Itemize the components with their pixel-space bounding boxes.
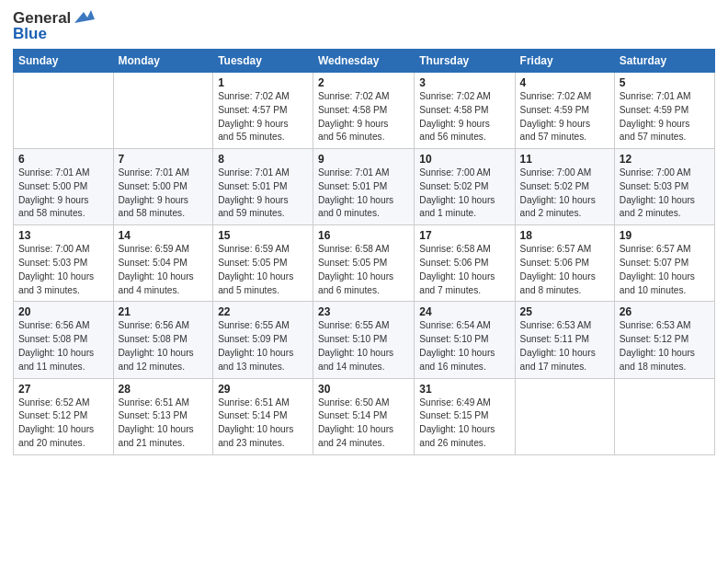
calendar-cell: 19Sunrise: 6:57 AMSunset: 5:07 PMDayligh… <box>614 225 714 302</box>
day-info: Sunrise: 6:55 AMSunset: 5:10 PMDaylight:… <box>318 319 409 373</box>
calendar-cell: 24Sunrise: 6:54 AMSunset: 5:10 PMDayligh… <box>415 302 515 378</box>
day-number: 31 <box>419 383 509 396</box>
day-number: 14 <box>119 229 209 242</box>
calendar-cell: 31Sunrise: 6:49 AMSunset: 5:15 PMDayligh… <box>415 378 515 454</box>
day-number: 9 <box>318 153 409 166</box>
calendar-cell: 11Sunrise: 7:00 AMSunset: 5:02 PMDayligh… <box>515 149 614 225</box>
day-info: Sunrise: 7:00 AMSunset: 5:03 PMDaylight:… <box>18 243 108 297</box>
day-info: Sunrise: 6:57 AMSunset: 5:06 PMDaylight:… <box>520 243 609 297</box>
calendar-cell: 10Sunrise: 7:00 AMSunset: 5:02 PMDayligh… <box>415 149 515 225</box>
day-info: Sunrise: 6:53 AMSunset: 5:11 PMDaylight:… <box>520 319 609 373</box>
calendar-table: SundayMondayTuesdayWednesdayThursdayFrid… <box>13 49 715 455</box>
day-info: Sunrise: 6:54 AMSunset: 5:10 PMDaylight:… <box>419 319 509 373</box>
weekday-header-monday: Monday <box>113 50 213 73</box>
calendar-cell: 14Sunrise: 6:59 AMSunset: 5:04 PMDayligh… <box>113 225 213 302</box>
logo-bird-icon <box>74 10 95 25</box>
day-info: Sunrise: 7:00 AMSunset: 5:03 PMDaylight:… <box>620 167 710 221</box>
day-number: 5 <box>620 76 710 89</box>
calendar-cell: 26Sunrise: 6:53 AMSunset: 5:12 PMDayligh… <box>614 302 714 378</box>
day-info: Sunrise: 7:01 AMSunset: 5:01 PMDaylight:… <box>318 167 409 221</box>
day-info: Sunrise: 6:51 AMSunset: 5:14 PMDaylight:… <box>218 396 308 451</box>
logo: General Blue <box>13 9 95 43</box>
day-number: 28 <box>119 383 209 396</box>
day-info: Sunrise: 6:58 AMSunset: 5:06 PMDaylight:… <box>419 243 509 297</box>
weekday-header-wednesday: Wednesday <box>313 50 415 73</box>
day-info: Sunrise: 6:57 AMSunset: 5:07 PMDaylight:… <box>620 243 710 297</box>
day-number: 23 <box>318 305 409 318</box>
page-header: General Blue <box>13 9 715 43</box>
calendar-cell: 20Sunrise: 6:56 AMSunset: 5:08 PMDayligh… <box>14 302 114 378</box>
day-number: 27 <box>18 383 108 396</box>
calendar-header-row: SundayMondayTuesdayWednesdayThursdayFrid… <box>14 50 715 73</box>
calendar-cell: 6Sunrise: 7:01 AMSunset: 5:00 PMDaylight… <box>14 149 114 225</box>
day-info: Sunrise: 7:02 AMSunset: 4:59 PMDaylight:… <box>520 90 609 144</box>
day-number: 17 <box>419 229 509 242</box>
weekday-header-friday: Friday <box>515 50 614 73</box>
day-number: 29 <box>218 383 308 396</box>
calendar-cell: 29Sunrise: 6:51 AMSunset: 5:14 PMDayligh… <box>213 378 313 454</box>
day-number: 25 <box>520 305 609 318</box>
calendar-cell <box>614 378 714 454</box>
calendar-cell: 17Sunrise: 6:58 AMSunset: 5:06 PMDayligh… <box>415 225 515 302</box>
day-info: Sunrise: 6:59 AMSunset: 5:05 PMDaylight:… <box>218 243 308 297</box>
calendar-cell: 3Sunrise: 7:02 AMSunset: 4:58 PMDaylight… <box>415 73 515 149</box>
calendar-cell: 2Sunrise: 7:02 AMSunset: 4:58 PMDaylight… <box>313 73 415 149</box>
day-number: 2 <box>318 76 409 89</box>
day-info: Sunrise: 7:00 AMSunset: 5:02 PMDaylight:… <box>520 167 609 221</box>
day-number: 26 <box>620 305 710 318</box>
calendar-cell: 7Sunrise: 7:01 AMSunset: 5:00 PMDaylight… <box>113 149 213 225</box>
calendar-cell: 21Sunrise: 6:56 AMSunset: 5:08 PMDayligh… <box>113 302 213 378</box>
day-info: Sunrise: 6:58 AMSunset: 5:05 PMDaylight:… <box>318 243 409 297</box>
weekday-header-tuesday: Tuesday <box>213 50 313 73</box>
day-info: Sunrise: 7:01 AMSunset: 5:01 PMDaylight:… <box>218 167 308 221</box>
day-number: 13 <box>18 229 108 242</box>
day-number: 12 <box>620 153 710 166</box>
calendar-cell <box>113 73 213 149</box>
calendar-cell: 8Sunrise: 7:01 AMSunset: 5:01 PMDaylight… <box>213 149 313 225</box>
calendar-cell: 9Sunrise: 7:01 AMSunset: 5:01 PMDaylight… <box>313 149 415 225</box>
day-info: Sunrise: 7:01 AMSunset: 5:00 PMDaylight:… <box>119 167 209 221</box>
calendar-cell: 15Sunrise: 6:59 AMSunset: 5:05 PMDayligh… <box>213 225 313 302</box>
day-info: Sunrise: 6:56 AMSunset: 5:08 PMDaylight:… <box>18 319 108 373</box>
day-info: Sunrise: 7:02 AMSunset: 4:58 PMDaylight:… <box>419 90 509 144</box>
calendar-cell: 18Sunrise: 6:57 AMSunset: 5:06 PMDayligh… <box>515 225 614 302</box>
calendar-cell: 1Sunrise: 7:02 AMSunset: 4:57 PMDaylight… <box>213 73 313 149</box>
day-info: Sunrise: 6:59 AMSunset: 5:04 PMDaylight:… <box>119 243 209 297</box>
day-info: Sunrise: 7:01 AMSunset: 4:59 PMDaylight:… <box>620 90 710 144</box>
day-number: 10 <box>419 153 509 166</box>
calendar-cell: 13Sunrise: 7:00 AMSunset: 5:03 PMDayligh… <box>14 225 114 302</box>
calendar-cell: 4Sunrise: 7:02 AMSunset: 4:59 PMDaylight… <box>515 73 614 149</box>
calendar-cell <box>14 73 114 149</box>
calendar-cell: 28Sunrise: 6:51 AMSunset: 5:13 PMDayligh… <box>113 378 213 454</box>
day-number: 7 <box>119 153 209 166</box>
day-number: 11 <box>520 153 609 166</box>
day-number: 3 <box>419 76 509 89</box>
day-info: Sunrise: 6:49 AMSunset: 5:15 PMDaylight:… <box>419 396 509 451</box>
day-info: Sunrise: 6:53 AMSunset: 5:12 PMDaylight:… <box>620 319 710 373</box>
day-info: Sunrise: 6:50 AMSunset: 5:14 PMDaylight:… <box>318 396 409 451</box>
day-number: 20 <box>18 305 108 318</box>
calendar-cell: 16Sunrise: 6:58 AMSunset: 5:05 PMDayligh… <box>313 225 415 302</box>
day-number: 30 <box>318 383 409 396</box>
calendar-cell: 22Sunrise: 6:55 AMSunset: 5:09 PMDayligh… <box>213 302 313 378</box>
day-info: Sunrise: 6:56 AMSunset: 5:08 PMDaylight:… <box>119 319 209 373</box>
day-number: 6 <box>18 153 108 166</box>
day-number: 21 <box>119 305 209 318</box>
day-number: 15 <box>218 229 308 242</box>
day-number: 19 <box>620 229 710 242</box>
logo-blue-text: Blue <box>13 25 47 43</box>
calendar-week-row: 20Sunrise: 6:56 AMSunset: 5:08 PMDayligh… <box>14 302 715 378</box>
calendar-week-row: 13Sunrise: 7:00 AMSunset: 5:03 PMDayligh… <box>14 225 715 302</box>
day-info: Sunrise: 7:00 AMSunset: 5:02 PMDaylight:… <box>419 167 509 221</box>
calendar-cell: 25Sunrise: 6:53 AMSunset: 5:11 PMDayligh… <box>515 302 614 378</box>
weekday-header-thursday: Thursday <box>415 50 515 73</box>
day-number: 1 <box>218 76 308 89</box>
calendar-week-row: 6Sunrise: 7:01 AMSunset: 5:00 PMDaylight… <box>14 149 715 225</box>
calendar-cell: 27Sunrise: 6:52 AMSunset: 5:12 PMDayligh… <box>14 378 114 454</box>
day-number: 16 <box>318 229 409 242</box>
day-info: Sunrise: 6:52 AMSunset: 5:12 PMDaylight:… <box>18 396 108 451</box>
day-info: Sunrise: 6:51 AMSunset: 5:13 PMDaylight:… <box>119 396 209 451</box>
svg-marker-0 <box>74 10 95 23</box>
day-info: Sunrise: 7:02 AMSunset: 4:58 PMDaylight:… <box>318 90 409 144</box>
day-number: 24 <box>419 305 509 318</box>
